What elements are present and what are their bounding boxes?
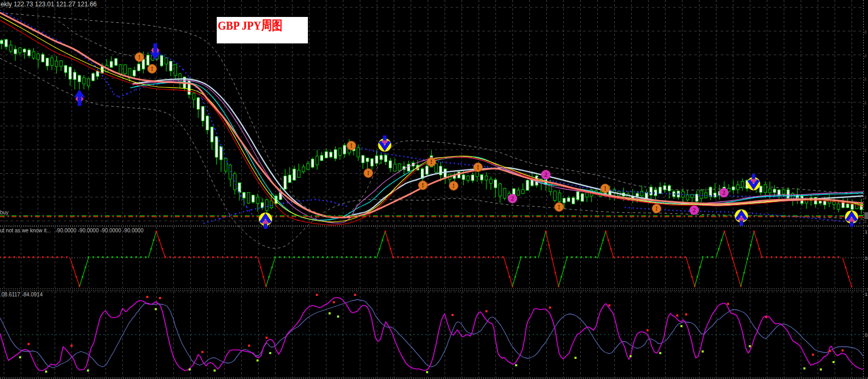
svg-text:2: 2 bbox=[864, 220, 866, 223]
svg-text:!: ! bbox=[604, 184, 606, 192]
svg-text:!: ! bbox=[151, 65, 153, 73]
svg-text:!: ! bbox=[422, 181, 424, 189]
svg-text:2: 2 bbox=[864, 77, 866, 81]
svg-text:buy: buy bbox=[0, 210, 8, 215]
svg-text:2: 2 bbox=[722, 189, 725, 196]
svg-text:2: 2 bbox=[544, 171, 547, 178]
svg-text:!: ! bbox=[350, 141, 352, 149]
svg-text:GBP JPY周图: GBP JPY周图 bbox=[218, 19, 282, 32]
svg-text:1: 1 bbox=[865, 229, 867, 234]
svg-text:2: 2 bbox=[511, 195, 514, 202]
svg-text:2: 2 bbox=[864, 173, 866, 176]
svg-text:!: ! bbox=[656, 204, 658, 212]
svg-text:2: 2 bbox=[864, 125, 866, 129]
svg-text:0: 0 bbox=[865, 332, 867, 338]
svg-text:2: 2 bbox=[864, 54, 866, 58]
svg-text:!: ! bbox=[477, 163, 479, 171]
svg-text:2: 2 bbox=[864, 30, 866, 34]
svg-text:2: 2 bbox=[693, 206, 696, 214]
svg-text:ekly 122.73 123.01 121.27 121: ekly 122.73 123.01 121.27 121.66 bbox=[1, 1, 97, 8]
svg-text:0: 0 bbox=[865, 256, 867, 261]
svg-text:!: ! bbox=[558, 203, 560, 211]
svg-text:2: 2 bbox=[864, 196, 866, 200]
svg-text:!: ! bbox=[430, 158, 432, 166]
svg-text:.08.6117 -84.0914: .08.6117 -84.0914 bbox=[0, 292, 43, 297]
svg-text:1: 1 bbox=[865, 292, 867, 297]
svg-text:!: ! bbox=[367, 169, 369, 177]
svg-text:2: 2 bbox=[864, 149, 866, 152]
svg-text:!: ! bbox=[138, 53, 140, 61]
svg-text:!: ! bbox=[453, 182, 455, 190]
svg-text:2: 2 bbox=[864, 101, 866, 105]
svg-text:ut not as we know it... -90.: ut not as we know it... -90.0000 -90.000… bbox=[0, 228, 144, 233]
